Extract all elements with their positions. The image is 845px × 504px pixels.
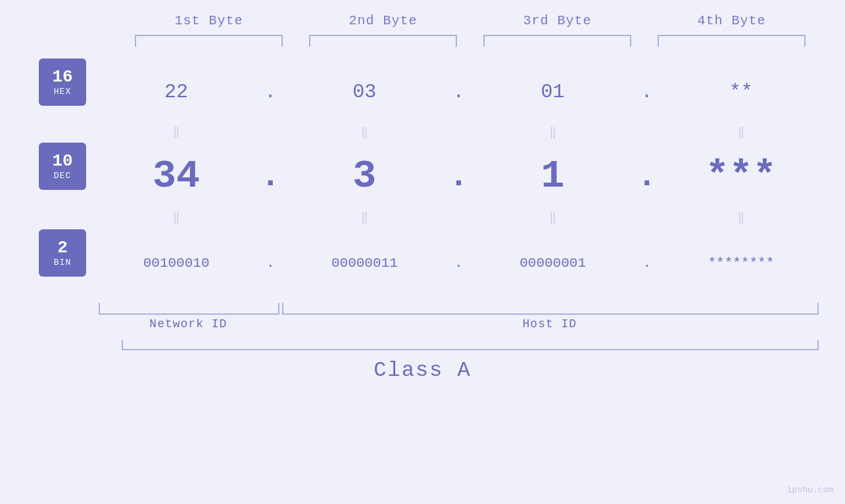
- network-id-label: Network ID: [149, 317, 227, 331]
- eq2-c4: ‖: [664, 212, 819, 224]
- id-labels-row: Network ID Host ID: [26, 317, 819, 331]
- eq2-c2: ‖: [287, 212, 442, 224]
- dec-badge-area: 10 DEC: [26, 143, 99, 210]
- full-bottom-bracket: [122, 340, 819, 350]
- network-id-label-wrapper: Network ID: [99, 317, 278, 331]
- dec-row: 34 . 3 . 1 . ***: [99, 143, 819, 210]
- byte1-label: 1st Byte: [174, 13, 243, 28]
- eq2-c3: ‖: [475, 212, 631, 224]
- network-bottom-bracket: [99, 303, 279, 315]
- class-label-wrapper: Class A: [26, 358, 819, 382]
- bin-badge-label: BIN: [54, 258, 71, 267]
- dec-b2-cell: 3: [287, 154, 442, 198]
- bin-b3-value: 00000001: [519, 256, 586, 271]
- byte4-top-bracket: [658, 35, 806, 47]
- bin-b1-value: 00100010: [143, 256, 210, 271]
- bottom-brackets: [26, 303, 819, 315]
- dec-badge-number: 10: [52, 152, 72, 171]
- byte1-top-bracket: [135, 35, 283, 47]
- hex-badge-label: HEX: [54, 87, 71, 97]
- equals-row-1: ‖ ‖ ‖ ‖: [26, 127, 819, 139]
- hex-b3-cell: 01: [475, 81, 631, 103]
- hex-b2-cell: 03: [287, 81, 442, 103]
- dec-b1-cell: 34: [99, 154, 254, 198]
- byte1-col-header: 1st Byte: [122, 13, 296, 47]
- hex-row: 22 . 03 . 01 . **: [99, 58, 819, 126]
- class-label: Class A: [374, 358, 471, 382]
- bin-badge-area: 2 BIN: [26, 229, 99, 296]
- eq2-data: ‖ ‖ ‖ ‖: [99, 212, 819, 224]
- dec-b1-value: 34: [153, 154, 200, 198]
- hex-b1-cell: 22: [99, 81, 254, 103]
- eq1-c2: ‖: [287, 127, 442, 139]
- dec-b4-cell: ***: [664, 154, 819, 198]
- eq1-badge-spacer: [26, 127, 99, 139]
- hex-dot3: .: [631, 82, 664, 103]
- dec-dot2: .: [443, 158, 475, 195]
- bin-row: 00100010 . 00000011 . 00000001 . *******…: [99, 229, 819, 296]
- bin-b3-cell: 00000001: [475, 256, 631, 271]
- host-id-label-wrapper: Host ID: [281, 317, 819, 331]
- byte3-label: 3rd Byte: [523, 13, 591, 28]
- bin-dot2: .: [443, 256, 475, 271]
- hex-b1-value: 22: [164, 81, 188, 103]
- hex-section: 16 HEX 22 . 03 . 01 . **: [26, 58, 819, 126]
- hex-badge: 16 HEX: [39, 58, 86, 106]
- dec-dot3: .: [631, 158, 664, 195]
- byte2-label: 2nd Byte: [349, 13, 417, 28]
- dec-section: 10 DEC 34 . 3 . 1 . ***: [26, 143, 819, 210]
- dec-b3-value: 1: [541, 154, 565, 198]
- bin-b1-cell: 00100010: [99, 256, 254, 271]
- dec-b3-cell: 1: [475, 154, 631, 198]
- byte2-col-header: 2nd Byte: [296, 13, 470, 47]
- watermark: ipshu.com: [787, 485, 833, 495]
- bin-b4-value: ********: [708, 256, 774, 271]
- bin-dot1: .: [254, 256, 287, 271]
- byte3-col-header: 3rd Byte: [470, 13, 644, 47]
- host-id-label: Host ID: [523, 317, 577, 331]
- eq1-c1: ‖: [99, 127, 254, 139]
- host-bottom-bracket: [282, 303, 819, 315]
- dec-b4-value: ***: [706, 154, 777, 198]
- hex-badge-number: 16: [52, 68, 72, 87]
- hex-b2-value: 03: [352, 81, 376, 103]
- eq1-c4: ‖: [664, 127, 819, 139]
- hex-b3-value: 01: [541, 81, 565, 103]
- dec-badge: 10 DEC: [39, 143, 86, 190]
- bin-badge-number: 2: [57, 239, 68, 258]
- dec-dot1: .: [254, 158, 287, 195]
- bin-b2-value: 00000011: [331, 256, 398, 271]
- byte4-label: 4th Byte: [697, 13, 765, 28]
- hex-badge-area: 16 HEX: [26, 58, 99, 126]
- equals-row-2: ‖ ‖ ‖ ‖: [26, 212, 819, 224]
- byte2-top-bracket: [309, 35, 457, 47]
- dec-b2-value: 3: [352, 154, 376, 198]
- eq2-badge-spacer: [26, 212, 99, 224]
- byte3-top-bracket: [483, 35, 631, 47]
- byte4-col-header: 4th Byte: [644, 13, 819, 47]
- main-container: 1st Byte 2nd Byte 3rd Byte 4th Byte 16 H…: [0, 0, 845, 504]
- bin-b2-cell: 00000011: [287, 256, 442, 271]
- eq1-data: ‖ ‖ ‖ ‖: [99, 127, 819, 139]
- bin-section: 2 BIN 00100010 . 00000011 . 00000001 . *…: [26, 229, 819, 296]
- byte-headers: 1st Byte 2nd Byte 3rd Byte 4th Byte: [26, 13, 819, 47]
- dec-badge-label: DEC: [54, 171, 71, 181]
- hex-b4-value: **: [729, 81, 753, 103]
- bin-dot3: .: [631, 256, 664, 271]
- bin-badge: 2 BIN: [39, 229, 86, 277]
- bin-b4-cell: ********: [664, 256, 819, 271]
- hex-dot2: .: [443, 82, 475, 103]
- hex-b4-cell: **: [664, 81, 819, 103]
- eq2-c1: ‖: [99, 212, 254, 224]
- eq1-c3: ‖: [475, 127, 631, 139]
- hex-dot1: .: [254, 82, 287, 103]
